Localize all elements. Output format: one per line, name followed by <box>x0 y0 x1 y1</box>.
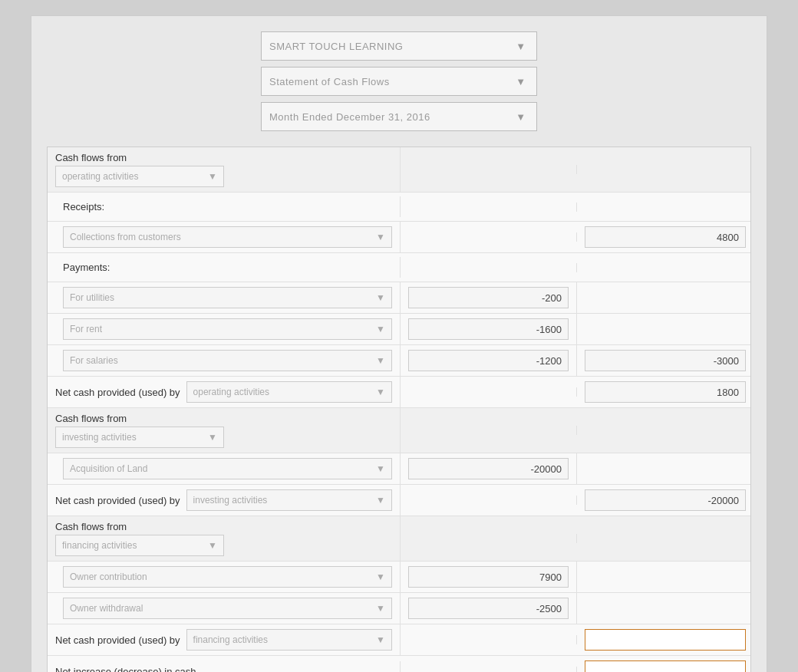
financing-dropdown[interactable]: financing activities ▼ <box>55 535 224 556</box>
land-col3 <box>577 464 753 473</box>
company-chevron-icon: ▼ <box>513 38 529 54</box>
report-title: Statement of Cash Flows <box>269 76 390 87</box>
receipts-col3 <box>577 203 753 212</box>
header-section: SMART TOUCH LEARNING ▼ Statement of Cash… <box>47 31 751 131</box>
net-increase-col3[interactable] <box>577 656 753 672</box>
financing-header-label: Cash flows from <box>55 521 127 532</box>
title-chevron-icon: ▼ <box>513 74 529 89</box>
net-increase-col2 <box>401 667 577 672</box>
collections-row: Collections from customers ▼ 4800 <box>48 222 750 253</box>
net-financing-dropdown[interactable]: financing activities ▼ <box>186 629 392 651</box>
net-operating-chevron-icon: ▼ <box>376 387 385 397</box>
investing-chevron-icon: ▼ <box>208 432 217 443</box>
collections-col3: 4800 <box>577 222 753 252</box>
withdrawal-chevron-icon: ▼ <box>376 603 385 614</box>
net-cash-investing-col2 <box>401 496 577 505</box>
collections-col2 <box>401 232 577 242</box>
contribution-value: 7900 <box>408 566 569 588</box>
utilities-col2: -200 <box>401 282 577 313</box>
net-cash-operating-label: Net cash provided (used) by <box>55 387 180 398</box>
rent-dropdown-value: For rent <box>70 324 102 334</box>
net-cash-investing-label-cell: Net cash provided (used) by investing ac… <box>48 485 401 516</box>
collections-dropdown-value: Collections from customers <box>70 232 181 242</box>
financing-header-row: Cash flows from financing activities ▼ <box>48 516 750 562</box>
land-col2: -20000 <box>401 453 577 484</box>
financing-header-col3 <box>577 534 753 543</box>
contribution-col2: 7900 <box>401 562 577 592</box>
contribution-dropdown-value: Owner contribution <box>70 572 147 582</box>
rent-col3 <box>577 324 753 334</box>
utilities-value: -200 <box>408 287 569 308</box>
salaries-chevron-icon: ▼ <box>376 355 385 366</box>
net-cash-investing-row: Net cash provided (used) by investing ac… <box>48 485 750 516</box>
collections-cell: Collections from customers ▼ <box>48 222 401 252</box>
net-cash-financing-input[interactable] <box>585 629 746 651</box>
contribution-dropdown[interactable]: Owner contribution ▼ <box>63 566 392 588</box>
rent-cell: For rent ▼ <box>48 314 401 344</box>
salaries-col2: -1200 <box>401 345 577 376</box>
investing-dropdown[interactable]: investing activities ▼ <box>55 427 224 448</box>
main-container: SMART TOUCH LEARNING ▼ Statement of Cash… <box>31 15 767 672</box>
utilities-dropdown[interactable]: For utilities ▼ <box>63 287 392 308</box>
net-cash-operating-value: 1800 <box>585 381 746 403</box>
withdrawal-col2: -2500 <box>401 593 577 624</box>
withdrawal-row: Owner withdrawal ▼ -2500 <box>48 593 750 624</box>
investing-header-col2 <box>401 426 577 435</box>
withdrawal-cell: Owner withdrawal ▼ <box>48 593 401 624</box>
net-increase-input[interactable] <box>585 660 746 672</box>
collections-value: 4800 <box>585 226 746 248</box>
salaries-dropdown[interactable]: For salaries ▼ <box>63 350 392 371</box>
net-cash-financing-row: Net cash provided (used) by financing ac… <box>48 624 750 656</box>
net-cash-financing-label-cell: Net cash provided (used) by financing ac… <box>48 624 401 655</box>
investing-header-col3 <box>577 426 753 435</box>
operating-header-col2 <box>401 165 577 174</box>
financing-dropdown-value: financing activities <box>62 540 137 551</box>
net-cash-financing-label: Net cash provided (used) by <box>55 634 180 646</box>
net-cash-financing-col3[interactable] <box>577 624 753 655</box>
receipts-label: Receipts: <box>63 201 104 212</box>
net-cash-investing-label: Net cash provided (used) by <box>55 495 180 506</box>
land-value: -20000 <box>408 458 569 479</box>
operating-header-label-cell: Cash flows from operating activities ▼ <box>48 147 401 192</box>
rent-col2: -1600 <box>401 314 577 344</box>
investing-dropdown-value: investing activities <box>62 432 137 443</box>
financing-header-col2 <box>401 534 577 543</box>
net-operating-dropdown[interactable]: operating activities ▼ <box>186 381 392 403</box>
receipts-row: Receipts: <box>48 193 750 222</box>
period-chevron-icon: ▼ <box>513 109 529 124</box>
salaries-row: For salaries ▼ -1200 -3000 <box>48 345 750 377</box>
collections-dropdown[interactable]: Collections from customers ▼ <box>63 226 392 248</box>
contribution-chevron-icon: ▼ <box>376 572 385 582</box>
investing-header-row: Cash flows from investing activities ▼ <box>48 408 750 453</box>
payments-col3 <box>577 263 753 272</box>
operating-dropdown-value: operating activities <box>62 171 138 182</box>
rent-value: -1600 <box>408 318 569 340</box>
operating-dropdown-chevron-icon: ▼ <box>208 171 217 182</box>
payments-col2 <box>401 263 577 272</box>
investing-header-label-cell: Cash flows from investing activities ▼ <box>48 408 401 453</box>
company-dropdown[interactable]: SMART TOUCH LEARNING ▼ <box>261 31 537 61</box>
net-increase-row: Net increase (decrease) in cash <box>48 656 750 672</box>
title-dropdown[interactable]: Statement of Cash Flows ▼ <box>261 67 537 96</box>
net-investing-dropdown[interactable]: investing activities ▼ <box>186 489 392 511</box>
operating-dropdown[interactable]: operating activities ▼ <box>55 166 224 187</box>
net-investing-dropdown-value: investing activities <box>193 495 268 506</box>
land-dropdown[interactable]: Acquisition of Land ▼ <box>63 458 392 479</box>
land-cell: Acquisition of Land ▼ <box>48 453 401 484</box>
rent-dropdown[interactable]: For rent ▼ <box>63 318 392 340</box>
net-investing-chevron-icon: ▼ <box>376 495 385 506</box>
net-cash-operating-col2 <box>401 387 577 397</box>
rent-row: For rent ▼ -1600 <box>48 314 750 345</box>
net-increase-label: Net increase (decrease) in cash <box>55 666 196 673</box>
land-row: Acquisition of Land ▼ -20000 <box>48 453 750 485</box>
utilities-col3 <box>577 293 753 302</box>
withdrawal-value: -2500 <box>408 598 569 619</box>
period-dropdown[interactable]: Month Ended December 31, 2016 ▼ <box>261 102 537 131</box>
withdrawal-dropdown[interactable]: Owner withdrawal ▼ <box>63 598 392 619</box>
net-cash-investing-value: -20000 <box>585 489 746 511</box>
net-financing-dropdown-value: financing activities <box>193 634 268 645</box>
payments-row: Payments: <box>48 253 750 282</box>
net-operating-dropdown-value: operating activities <box>193 387 269 397</box>
contribution-row: Owner contribution ▼ 7900 <box>48 562 750 593</box>
net-financing-chevron-icon: ▼ <box>376 634 385 645</box>
